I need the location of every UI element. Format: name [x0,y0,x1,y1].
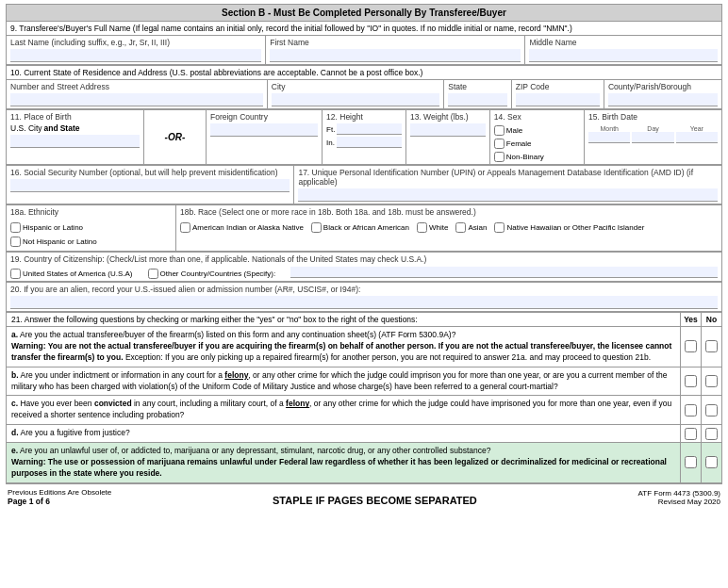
q21d-text: Are you a fugitive from justice? [20,428,129,437]
q21a-exception: Exception: If you are only picking up a … [125,352,651,362]
q10-city-cell: City [268,80,445,108]
q18b-option4-checkbox[interactable]: Asian [455,222,487,233]
q10-county-input[interactable] [608,93,718,106]
q9-firstname-cell: First Name [266,36,525,64]
q11-row: 11. Place of Birth U.S. City and State -… [7,109,721,165]
q21e-text: Are you an unlawful user of, or addicted… [20,446,490,455]
q20-cell: 20. If you are an alien, record your U.S… [7,283,721,311]
footer-left: Previous Editions Are Obsolete Page 1 of… [8,488,111,506]
q10-zip-input[interactable] [516,93,600,106]
q21b-no-checkbox[interactable] [705,375,718,387]
q18b-option5-checkbox[interactable]: Native Hawaiian or Other Pacific Islande… [494,222,644,233]
q21d-yes-checkbox[interactable] [685,428,697,440]
q21-header-label: 21. Answer the following questions by ch… [7,313,680,326]
q11-foreign-cell: Foreign Country [207,110,323,164]
q21b-text: Are you under indictment or information … [11,370,667,391]
q10-county-label: County/Parish/Borough [608,82,718,91]
q21a-no-checkbox[interactable] [705,340,718,352]
q21c-yes-cell [680,396,701,424]
q11-month-input[interactable] [588,132,630,143]
footer-obsolete-label: Previous Editions Are Obsolete [8,488,111,497]
q10-city-label: City [272,82,440,91]
q11-weight-label: 13. Weight (lbs.) [410,112,486,122]
q11-foreign-input[interactable] [210,123,318,137]
q21b-yes-cell [680,368,701,396]
q9-lastname-input[interactable] [10,49,261,62]
q21c-yes-checkbox[interactable] [685,404,697,416]
q21c-content: c. Have you ever been convicted in any c… [7,396,680,424]
q21c-no-checkbox[interactable] [705,404,718,416]
q21-no-header: No [701,313,721,326]
q21e-warning: Warning: The use or possession of mariju… [11,457,667,478]
q9-inputs-row: Last Name (including suffix, e.g., Jr, S… [7,36,721,65]
q9-firstname-label: First Name [270,38,521,47]
q9-lastname-cell: Last Name (including suffix, e.g., Jr, S… [7,36,266,64]
q18a-cell: 18a. Ethnicity Hispanic or Latino Not Hi… [7,205,176,251]
q19-cell: 19. Country of Citizenship: (Check/List … [7,253,721,281]
q9-label: 9. Transferee's/Buyer's Full Name (If le… [10,24,572,33]
q11-ft-input[interactable] [337,123,402,135]
q17-input[interactable] [298,188,718,202]
form-body: 9. Transferee's/Buyer's Full Name (If le… [6,22,722,484]
q21a-letter: a. [11,330,18,339]
q20-input[interactable] [10,296,718,309]
q21e-yes-checkbox[interactable] [685,456,697,468]
q11-us-city-label: U.S. City [10,123,42,133]
q20-label: 20. If you are an alien, record your U.S… [10,285,718,294]
q21d-no-checkbox[interactable] [705,428,718,440]
q21c-letter: c. [11,399,18,408]
q11-day-input[interactable] [632,132,673,143]
q21a-row: a. Are you the actual transferee/buyer o… [7,327,721,368]
q11-female-checkbox[interactable]: Female [494,139,576,149]
q11-year-label: Year [676,125,718,132]
q18b-option2-checkbox[interactable]: Black or African American [311,222,409,233]
q16-label: 16. Social Security Number (optional, bu… [10,168,290,177]
q19-label: 19. Country of Citizenship: (Check/List … [10,254,718,264]
q11-day-label: Day [632,125,673,132]
q19-other-checkbox[interactable]: Other Country/Countries (Specify): [148,269,276,279]
q10-city-input[interactable] [272,93,440,106]
q10-state-input[interactable] [448,93,506,106]
q11-year-input[interactable] [676,132,718,143]
q21a-yes-checkbox[interactable] [685,340,697,352]
q18a-not-hispanic-checkbox[interactable]: Not Hispanic or Latino [10,237,97,247]
q18b-cell: 18b. Race (Select one or more race in 18… [176,205,721,251]
footer-page: Page 1 of 6 [8,497,111,506]
q18a-hispanic-checkbox[interactable]: Hispanic or Latino [10,222,83,233]
q11-in-input[interactable] [337,137,402,148]
q19-other-input[interactable] [290,267,718,278]
q11-nonbinary-checkbox[interactable]: Non-Binary [494,152,576,162]
q11-weight-input[interactable] [410,123,486,137]
q21e-no-checkbox[interactable] [705,456,718,468]
q17-cell: 17. Unique Personal Identification Numbe… [294,166,721,204]
q11-us-city-input[interactable] [10,135,140,148]
q10-zip-label: ZIP Code [516,82,600,91]
section-header: Section B - Must Be Completed Personally… [6,4,722,22]
q9-label-row: 9. Transferee's/Buyer's Full Name (If le… [7,22,721,36]
q21-header-text: 21. Answer the following questions by ch… [11,315,418,324]
q16-input[interactable] [10,179,290,192]
q21e-letter: e. [11,446,18,455]
q9-firstname-input[interactable] [270,49,521,62]
q10-address-input[interactable] [10,93,263,106]
q11-male-checkbox[interactable]: Male [494,125,576,136]
q19-usa-checkbox[interactable]: United States of America (U.S.A) [10,269,133,279]
q21e-no-cell [701,443,721,482]
q18b-option1-checkbox[interactable]: American Indian or Alaska Native [180,222,304,233]
q11-foreign-label: Foreign Country [210,112,318,122]
q9-middlename-label: Middle Name [529,38,718,47]
q18a-label: 18a. Ethnicity [10,207,172,217]
q16-q17-row: 16. Social Security Number (optional, bu… [7,165,721,204]
q21d-content: d. Are you a fugitive from justice? [7,425,680,442]
q21b-yes-checkbox[interactable] [685,375,697,387]
q9-middlename-input[interactable] [529,49,718,62]
q21e-yes-cell [680,443,701,482]
section-title: Section B - Must Be Completed Personally… [222,8,506,18]
q11-month-label: Month [588,125,630,132]
q21b-content: b. Are you under indictment or informati… [7,368,680,396]
q10-county-cell: County/Parish/Borough [604,80,721,108]
q21b-row: b. Are you under indictment or informati… [7,368,721,397]
q11-state-label: State [60,123,80,133]
q21-header-row: 21. Answer the following questions by ch… [7,312,721,327]
q18b-option3-checkbox[interactable]: White [417,222,448,233]
